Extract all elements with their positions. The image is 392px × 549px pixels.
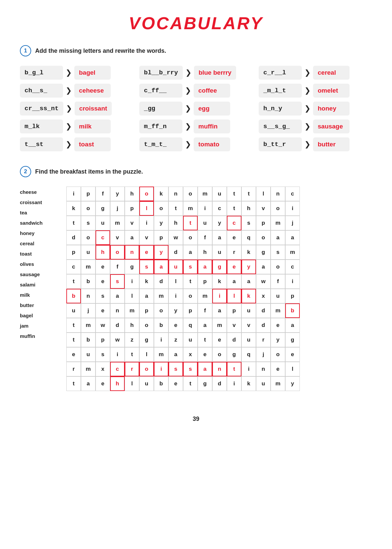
puzzle-cell: t: [227, 187, 241, 201]
puzzle-cell: p: [285, 289, 300, 303]
puzzle-cell: v: [227, 318, 241, 333]
word-list: cheesecroissantteasandwichhoneycerealtoa…: [20, 187, 56, 406]
vocab-arrow-icon: ❯: [304, 86, 310, 95]
page-number: 39: [20, 416, 372, 423]
puzzle-cell: y: [168, 303, 183, 318]
puzzle-cell: q: [241, 347, 256, 362]
puzzle-cell: o: [154, 201, 168, 216]
puzzle-cell: f: [198, 230, 212, 245]
vocab-answer: cereal: [313, 66, 350, 80]
puzzle-cell: v: [110, 230, 125, 245]
puzzle-cell: a: [125, 230, 139, 245]
puzzle-cell: i: [168, 289, 183, 303]
puzzle-cell: u: [256, 376, 271, 391]
puzzle-cell: z: [168, 333, 183, 347]
vocab-arrow-icon: ❯: [66, 104, 72, 113]
puzzle-cell: c: [227, 216, 241, 230]
puzzle-cell: i: [139, 216, 154, 230]
puzzle-grid: ipfyhoknomuttlnckogjplotmicthvoitsumviyh…: [66, 187, 372, 406]
puzzle-cell: k: [154, 187, 168, 201]
puzzle-cell: d: [256, 318, 271, 333]
puzzle-cell: t: [66, 318, 81, 333]
puzzle-cell: e: [227, 260, 241, 274]
puzzle-cell: t: [227, 201, 241, 216]
word-list-item: cereal: [20, 241, 56, 246]
wordsearch-layout: cheesecroissantteasandwichhoneycerealtoa…: [20, 187, 372, 406]
puzzle-cell: c: [285, 187, 300, 201]
vocab-item: t_m_t_❯tomato: [139, 137, 253, 151]
puzzle-cell: s: [81, 216, 96, 230]
puzzle-cell: s: [168, 362, 183, 376]
puzzle-cell: t: [241, 187, 256, 201]
vocab-word: b_tt_r: [259, 137, 302, 151]
puzzle-cell: a: [241, 274, 256, 289]
puzzle-cell: s: [96, 347, 110, 362]
vocab-item: cr__ss_nt❯croissant: [20, 102, 133, 116]
puzzle-cell: j: [110, 201, 125, 216]
puzzle-cell: e: [96, 376, 110, 391]
puzzle-cell: o: [183, 187, 198, 201]
puzzle-cell: d: [154, 274, 168, 289]
puzzle-cell: y: [110, 187, 125, 201]
vocab-answer: milk: [74, 119, 111, 133]
vocab-arrow-icon: ❯: [185, 140, 191, 149]
puzzle-cell: o: [271, 260, 285, 274]
vocab-arrow-icon: ❯: [304, 68, 310, 77]
puzzle-cell: p: [66, 245, 81, 260]
puzzle-cell: o: [81, 230, 96, 245]
puzzle-cell: y: [154, 216, 168, 230]
puzzle-cell: s: [183, 260, 198, 274]
vocab-item: t__st❯toast: [20, 137, 133, 151]
vocab-answer: bagel: [74, 66, 111, 80]
puzzle-cell: n: [110, 303, 125, 318]
puzzle-cell: p: [256, 216, 271, 230]
puzzle-cell: m: [285, 245, 300, 260]
puzzle-cell: h: [198, 245, 212, 260]
puzzle-cell: g: [227, 347, 241, 362]
puzzle-cell: p: [183, 303, 198, 318]
puzzle-cell: u: [81, 245, 96, 260]
puzzle-cell: o: [212, 347, 227, 362]
puzzle-cell: t: [183, 216, 198, 230]
puzzle-cell: a: [183, 245, 198, 260]
puzzle-cell: f: [96, 187, 110, 201]
vocab-answer: blue berrry: [194, 66, 236, 80]
puzzle-cell: e: [96, 274, 110, 289]
vocab-answer: ceheese: [74, 84, 111, 98]
page-title: VOCABULARY: [20, 13, 372, 33]
word-list-item: muffin: [20, 333, 56, 339]
puzzle-cell: b: [154, 318, 168, 333]
puzzle-cell: t: [66, 216, 81, 230]
vocab-word: b_g_l: [20, 66, 63, 80]
puzzle-cell: w: [96, 318, 110, 333]
puzzle-cell: d: [256, 303, 271, 318]
puzzle-cell: e: [66, 347, 81, 362]
puzzle-cell: l: [285, 362, 300, 376]
puzzle-cell: g: [256, 245, 271, 260]
puzzle-cell: v: [256, 201, 271, 216]
word-list-item: tea: [20, 210, 56, 215]
puzzle-cell: c: [285, 260, 300, 274]
puzzle-cell: m: [154, 347, 168, 362]
vocab-arrow-icon: ❯: [185, 68, 191, 77]
puzzle-cell: i: [154, 362, 168, 376]
puzzle-cell: g: [125, 260, 139, 274]
vocab-word: bl__b_rry: [139, 66, 183, 80]
puzzle-cell: u: [212, 187, 227, 201]
puzzle-cell: q: [183, 318, 198, 333]
puzzle-cell: p: [139, 303, 154, 318]
puzzle-cell: r: [256, 333, 271, 347]
puzzle-cell: h: [125, 318, 139, 333]
puzzle-cell: b: [154, 376, 168, 391]
puzzle-wrapper: ipfyhoknomuttlnckogjplotmicthvoitsumviyh…: [66, 187, 372, 406]
puzzle-cell: r: [125, 362, 139, 376]
puzzle-cell: z: [125, 333, 139, 347]
puzzle-cell: y: [212, 216, 227, 230]
puzzle-cell: f: [271, 274, 285, 289]
vocab-item: c_ff__❯coffee: [139, 84, 253, 98]
puzzle-cell: l: [139, 347, 154, 362]
puzzle-cell: k: [241, 289, 256, 303]
puzzle-cell: u: [81, 347, 96, 362]
puzzle-cell: r: [66, 362, 81, 376]
puzzle-cell: o: [154, 303, 168, 318]
